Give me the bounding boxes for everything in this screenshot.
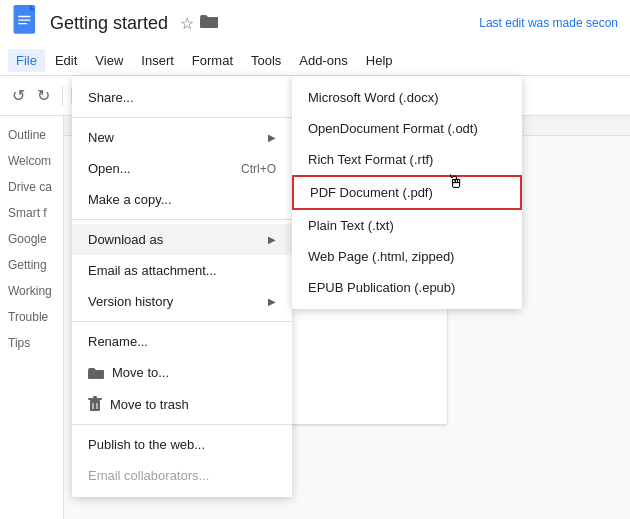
undo-button[interactable]: ↺ <box>8 82 29 109</box>
rtf-label: Rich Text Format (.rtf) <box>308 152 433 167</box>
svg-rect-5 <box>88 370 104 379</box>
separator-1 <box>72 117 292 118</box>
new-label: New <box>88 130 114 145</box>
move-to-label: Move to... <box>112 365 169 380</box>
email-attachment-label: Email as attachment... <box>88 263 217 278</box>
menu-share[interactable]: Share... <box>72 82 292 113</box>
menu-email-collaborators: Email collaborators... <box>72 460 292 491</box>
menu-insert[interactable]: Insert <box>133 49 182 72</box>
menu-tools[interactable]: Tools <box>243 49 289 72</box>
download-submenu: Microsoft Word (.docx) OpenDocument Form… <box>292 76 522 309</box>
separator-4 <box>72 424 292 425</box>
html-label: Web Page (.html, zipped) <box>308 249 454 264</box>
menu-version-history[interactable]: Version history <box>72 286 292 317</box>
sidebar-item-getting: Getting <box>8 258 55 272</box>
svg-rect-6 <box>90 400 100 411</box>
menu-view[interactable]: View <box>87 49 131 72</box>
move-trash-label: Move to trash <box>110 397 189 412</box>
menu-move-to[interactable]: Move to... <box>72 357 292 388</box>
publish-web-label: Publish to the web... <box>88 437 205 452</box>
share-label: Share... <box>88 90 134 105</box>
folder-icon-small <box>88 367 104 379</box>
txt-label: Plain Text (.txt) <box>308 218 394 233</box>
menu-open[interactable]: Open... Ctrl+O <box>72 153 292 184</box>
menu-publish-web[interactable]: Publish to the web... <box>72 429 292 460</box>
sidebar-item-welcome: Welcom <box>8 154 55 168</box>
submenu-odt[interactable]: OpenDocument Format (.odt) <box>292 113 522 144</box>
sidebar-item-outline: Outline <box>8 128 55 142</box>
menu-addons[interactable]: Add-ons <box>291 49 355 72</box>
folder-icon[interactable] <box>200 14 218 32</box>
menu-new[interactable]: New <box>72 122 292 153</box>
menu-move-to-trash[interactable]: Move to trash <box>72 388 292 420</box>
download-as-label: Download as <box>88 232 163 247</box>
submenu-txt[interactable]: Plain Text (.txt) <box>292 210 522 241</box>
doc-icon <box>12 5 42 41</box>
redo-button[interactable]: ↻ <box>33 82 54 109</box>
menu-download-as[interactable]: Download as <box>72 224 292 255</box>
svg-rect-2 <box>18 19 31 20</box>
trash-icon-small <box>88 396 102 412</box>
menu-email-attachment[interactable]: Email as attachment... <box>72 255 292 286</box>
separator-2 <box>72 219 292 220</box>
email-collab-label: Email collaborators... <box>88 468 209 483</box>
make-copy-label: Make a copy... <box>88 192 172 207</box>
trash-left: Move to trash <box>88 396 189 412</box>
version-history-label: Version history <box>88 294 173 309</box>
star-icon[interactable]: ☆ <box>180 14 194 33</box>
submenu-rtf[interactable]: Rich Text Format (.rtf) <box>292 144 522 175</box>
rename-label: Rename... <box>88 334 148 349</box>
sidebar: Outline Welcom Drive ca Smart f Google G… <box>0 116 64 519</box>
submenu-pdf[interactable]: PDF Document (.pdf) <box>292 175 522 210</box>
separator-3 <box>72 321 292 322</box>
menu-help[interactable]: Help <box>358 49 401 72</box>
open-shortcut: Ctrl+O <box>241 162 276 176</box>
odt-label: OpenDocument Format (.odt) <box>308 121 478 136</box>
submenu-word[interactable]: Microsoft Word (.docx) <box>292 82 522 113</box>
file-dropdown-menu: Share... New Open... Ctrl+O Make a copy.… <box>72 76 292 497</box>
menu-make-copy[interactable]: Make a copy... <box>72 184 292 215</box>
sidebar-item-tips: Tips <box>8 336 55 350</box>
sidebar-item-smart: Smart f <box>8 206 55 220</box>
pdf-label: PDF Document (.pdf) <box>310 185 433 200</box>
menu-rename[interactable]: Rename... <box>72 326 292 357</box>
open-label: Open... <box>88 161 131 176</box>
move-to-left: Move to... <box>88 365 169 380</box>
svg-rect-3 <box>18 23 27 24</box>
sidebar-item-google: Google <box>8 232 55 246</box>
menu-format[interactable]: Format <box>184 49 241 72</box>
word-label: Microsoft Word (.docx) <box>308 90 439 105</box>
svg-rect-4 <box>200 17 218 28</box>
sidebar-item-trouble: Trouble <box>8 310 55 324</box>
menu-file[interactable]: File <box>8 49 45 72</box>
toolbar-divider-1 <box>62 86 63 106</box>
svg-rect-8 <box>93 396 97 398</box>
menu-bar: File Edit View Insert Format Tools Add-o… <box>0 46 630 76</box>
svg-rect-1 <box>18 16 31 17</box>
submenu-epub[interactable]: EPUB Publication (.epub) <box>292 272 522 303</box>
svg-rect-7 <box>88 398 102 400</box>
epub-label: EPUB Publication (.epub) <box>308 280 455 295</box>
menu-edit[interactable]: Edit <box>47 49 85 72</box>
title-icons: ☆ <box>180 14 218 33</box>
doc-title: Getting started <box>50 13 168 34</box>
sidebar-item-drive: Drive ca <box>8 180 55 194</box>
sidebar-item-working: Working <box>8 284 55 298</box>
submenu-html[interactable]: Web Page (.html, zipped) <box>292 241 522 272</box>
last-edit-title: Last edit was made secon <box>479 16 618 30</box>
title-bar: Getting started ☆ Last edit was made sec… <box>0 0 630 46</box>
